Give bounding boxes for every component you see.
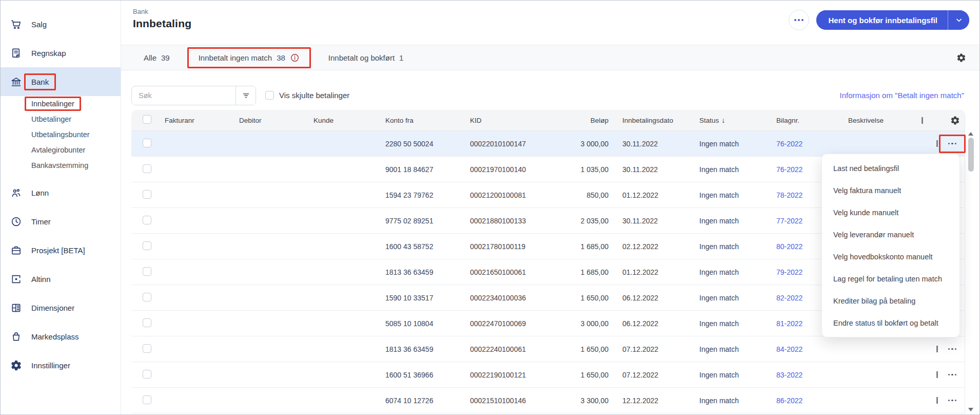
bilagnr-link[interactable]: 77-2022 bbox=[776, 217, 802, 225]
show-hidden-payments-toggle[interactable]: Vis skjulte betalinger bbox=[265, 91, 349, 100]
table-settings-gear-button[interactable] bbox=[956, 53, 966, 63]
primary-button-dropdown[interactable] bbox=[948, 10, 969, 30]
table-row-10[interactable]: 1600 51 36966 00022190100121 1 650,00 07… bbox=[131, 362, 965, 388]
sidebar-item-regnskap[interactable]: Regnskap bbox=[1, 39, 121, 67]
tab-alle[interactable]: Alle 39 bbox=[144, 53, 170, 62]
bilagnr-link[interactable]: 76-2022 bbox=[776, 165, 802, 174]
tab-innbetalt-ingen-match[interactable]: Innbetalt ingen match 38 bbox=[199, 53, 300, 63]
select-all-checkbox[interactable] bbox=[143, 115, 151, 124]
bilagnr-link[interactable]: 78-2022 bbox=[776, 191, 802, 199]
show-hidden-checkbox[interactable] bbox=[265, 91, 274, 100]
cell-status: Ingen match bbox=[685, 191, 762, 199]
table-row-1[interactable]: 2280 50 50024 00022010100147 3 000,00 30… bbox=[131, 131, 965, 157]
bag-icon bbox=[10, 330, 22, 343]
row-checkbox[interactable] bbox=[143, 318, 151, 327]
search-input[interactable] bbox=[132, 86, 236, 105]
sidebar-item-prosjekt-beta[interactable]: Prosjekt [BETA] bbox=[1, 236, 121, 265]
column-settings-gear-button[interactable] bbox=[950, 116, 960, 125]
scrollbar-thumb[interactable] bbox=[968, 138, 974, 172]
show-hidden-label: Vis skjulte betalinger bbox=[279, 91, 349, 100]
row-actions-button[interactable] bbox=[945, 395, 960, 406]
column-header-bilagnr[interactable]: Bilagnr. bbox=[762, 117, 834, 124]
row-checkbox[interactable] bbox=[143, 267, 151, 276]
row-checkbox[interactable] bbox=[143, 344, 151, 353]
header-actions-cell bbox=[922, 116, 965, 125]
cell-status: Ingen match bbox=[685, 294, 762, 302]
row-checkbox[interactable] bbox=[143, 216, 151, 224]
sidebar-subitem-avtalegirobunter[interactable]: Avtalegirobunter bbox=[1, 142, 121, 158]
bilagnr-link[interactable]: 84-2022 bbox=[776, 345, 802, 353]
sidebar-item-altinn[interactable]: Altinn bbox=[1, 265, 121, 293]
context-menu-item-last-ned-betalingsfil[interactable]: Last ned betalingsfil bbox=[822, 157, 959, 179]
row-actions-button[interactable] bbox=[945, 139, 960, 149]
cell-belop: 1 650,00 bbox=[537, 345, 609, 353]
bilagnr-link[interactable]: 80-2022 bbox=[776, 242, 802, 251]
scroll-down-arrow[interactable] bbox=[968, 408, 973, 411]
context-menu-item-endre-status-til-bokført-og-betalt[interactable]: Endre status til bokført og betalt bbox=[822, 312, 959, 334]
sidebar-item-dimensjoner[interactable]: Dimensjoner bbox=[1, 293, 121, 322]
column-header-beskrivelse[interactable]: Beskrivelse bbox=[834, 117, 922, 124]
tab-bar: Alle 39 Innbetalt ingen match 38 Innbeta… bbox=[121, 45, 979, 70]
sidebar-item-lønn[interactable]: Lønn bbox=[1, 178, 121, 207]
sidebar-item-timer[interactable]: Timer bbox=[1, 207, 121, 236]
fetch-and-post-paymentfile-button[interactable]: Hent og bokfør innbetalingsfil bbox=[816, 10, 948, 30]
tab-innbetalt-og-bokført[interactable]: Innbetalt og bokført 1 bbox=[328, 53, 404, 62]
row-checkbox[interactable] bbox=[143, 190, 151, 199]
bilagnr-link[interactable]: 82-2022 bbox=[776, 294, 802, 302]
context-menu-item-velg-leverandør-manuelt[interactable]: Velg leverandør manuelt bbox=[822, 223, 959, 246]
sidebar-subitem-innbetalinger[interactable]: Innbetalinger bbox=[1, 96, 121, 111]
column-header-belop[interactable]: Beløp bbox=[537, 117, 609, 124]
row-actions-button[interactable] bbox=[945, 344, 960, 354]
sidebar-item-label: Innstillinger bbox=[31, 361, 70, 370]
tab-count: 38 bbox=[277, 53, 285, 62]
column-header-fakturanr[interactable]: Fakturanr bbox=[165, 117, 239, 124]
bilagnr-link[interactable]: 81-2022 bbox=[776, 319, 802, 328]
sidebar-subitem-bankavstemming[interactable]: Bankavstemming bbox=[1, 158, 121, 173]
column-header-kid[interactable]: KID bbox=[470, 117, 537, 124]
breadcrumb[interactable]: Bank bbox=[133, 8, 191, 15]
context-menu-item-velg-faktura-manuelt[interactable]: Velg faktura manuelt bbox=[822, 179, 959, 201]
scroll-up-arrow[interactable] bbox=[968, 132, 973, 136]
row-actions-button[interactable] bbox=[945, 370, 960, 380]
cell-status: Ingen match bbox=[685, 345, 762, 353]
bilagnr-link[interactable]: 86-2022 bbox=[776, 397, 802, 405]
context-menu-item-velg-kunde-manuelt[interactable]: Velg kunde manuelt bbox=[822, 201, 959, 223]
cell-kid: 00021200100081 bbox=[470, 191, 537, 199]
info-link[interactable]: Informasjon om "Betalt ingen match" bbox=[840, 91, 964, 100]
row-checkbox[interactable] bbox=[143, 293, 151, 301]
sidebar-item-label: Timer bbox=[31, 217, 51, 226]
context-menu-item-krediter-bilag-på-betaling[interactable]: Krediter bilag på betaling bbox=[822, 290, 959, 312]
sidebar-subitem-utbetalinger[interactable]: Utbetalinger bbox=[1, 111, 121, 127]
column-header-debitor[interactable]: Debitor bbox=[239, 117, 313, 124]
context-menu-item-lag-regel-for-betaling-uten-match[interactable]: Lag regel for betaling uten match bbox=[822, 268, 959, 290]
more-options-button[interactable] bbox=[789, 10, 809, 30]
cell-konto-fra: 2280 50 50024 bbox=[385, 140, 470, 148]
row-checkbox[interactable] bbox=[143, 370, 151, 379]
sidebar-item-salg[interactable]: Salg bbox=[1, 10, 121, 39]
bilagnr-link[interactable]: 76-2022 bbox=[776, 140, 802, 148]
row-checkbox[interactable] bbox=[143, 241, 151, 250]
row-select-cell bbox=[131, 164, 165, 175]
column-header-konto-fra[interactable]: Konto fra bbox=[385, 117, 470, 124]
sidebar-item-markedsplass[interactable]: Markedsplass bbox=[1, 322, 121, 351]
column-header-kunde[interactable]: Kunde bbox=[313, 117, 385, 124]
cart-icon bbox=[10, 18, 22, 30]
column-header-status[interactable]: Status↓ bbox=[685, 116, 762, 124]
row-checkbox[interactable] bbox=[143, 395, 151, 404]
column-header-innbetalingsdato[interactable]: Innbetalingsdato bbox=[609, 117, 685, 124]
context-menu-item-velg-hovedbokskonto-manuelt[interactable]: Velg hovedbokskonto manuelt bbox=[822, 246, 959, 268]
row-checkbox[interactable] bbox=[143, 139, 151, 147]
row-checkbox[interactable] bbox=[143, 164, 151, 173]
sidebar-item-bank[interactable]: Bank bbox=[1, 67, 121, 96]
sidebar-item-innstillinger[interactable]: Innstillinger bbox=[1, 351, 121, 380]
clipped-column-sliver bbox=[936, 140, 938, 147]
sidebar-subitem-utbetalingsbunter[interactable]: Utbetalingsbunter bbox=[1, 127, 121, 142]
filter-button[interactable] bbox=[236, 86, 256, 105]
clipped-column-sliver bbox=[936, 371, 938, 378]
table-row-11[interactable]: 6074 10 12726 00021510100146 3 300,00 12… bbox=[131, 388, 965, 413]
table-row-9[interactable]: 1813 36 63459 00022240100061 1 650,00 07… bbox=[131, 336, 965, 362]
bilagnr-link[interactable]: 79-2022 bbox=[776, 268, 802, 276]
cell-kid: 00021780100119 bbox=[470, 242, 537, 251]
cell-innbetalingsdato: 06.12.2022 bbox=[609, 319, 685, 328]
bilagnr-link[interactable]: 83-2022 bbox=[776, 371, 802, 379]
